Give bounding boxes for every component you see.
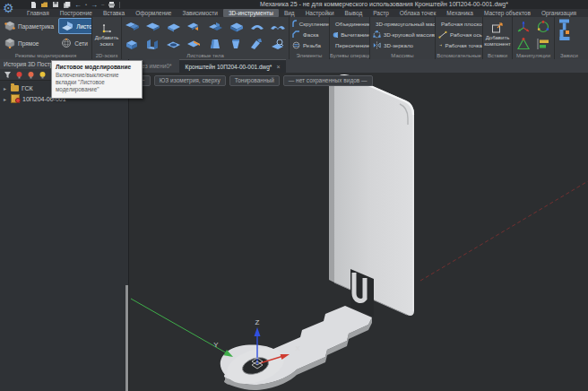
undo-button[interactable]: ← [74, 1, 82, 9]
viewport-visual-style-button[interactable]: Тонированный [229, 75, 280, 86]
sheet-tool-icon[interactable] [205, 35, 226, 52]
sheet-tool-icon[interactable] [247, 35, 268, 52]
scale-3d-button[interactable] [514, 35, 533, 52]
visibility-red-icon[interactable] [15, 71, 23, 79]
add-component-button[interactable]: Добавить компонент [483, 17, 512, 52]
ribbon: Параметрика Листовое Прямое Сети Режимы … [0, 17, 588, 59]
tab-organizatsiya[interactable]: Организация [536, 9, 582, 17]
redo-history-icon[interactable]: ‒ [101, 1, 104, 9]
mesh-mode-button[interactable]: Сети [58, 35, 91, 51]
bulb-red-icon[interactable] [27, 71, 35, 79]
title-bar: ← • → ‒ Механика 25 - не для коммерческо… [0, 0, 588, 9]
work-point-button[interactable]: Рабочая точка [438, 40, 482, 50]
sheet-tool-icon[interactable] [164, 35, 185, 52]
align-3d-button[interactable] [533, 35, 553, 52]
app-menu-gear-icon[interactable]: ⚙ [3, 0, 14, 16]
cube-icon [4, 21, 15, 31]
sheet-tool-icon[interactable] [247, 18, 268, 35]
constraint-angle-button[interactable] [558, 30, 588, 39]
tab-oblaka-tochek[interactable]: Облака точек [394, 9, 442, 17]
tab-vyvod[interactable]: Вывод [340, 9, 368, 17]
rotate-3d-button[interactable] [533, 18, 553, 35]
tab-zavisimosti[interactable]: Зависимости [177, 9, 222, 17]
intersect-button[interactable]: Пересечение [333, 40, 369, 50]
history-panel: История 3D Построений ✕ ▸ ГСК ▸ 10П204-0… [0, 59, 129, 391]
tab-3d-tools[interactable]: 3D-инструменты [223, 9, 279, 17]
redo-button[interactable]: → [91, 1, 98, 9]
undo-history-icon[interactable]: • [85, 1, 87, 9]
doc-tab-kronshtein[interactable]: Кронштейн 10П204-00-001.dwg* × [179, 59, 287, 73]
group-elements: Скругление Фаска Резьба Элементы [290, 17, 330, 59]
move-3d-icon [516, 20, 531, 34]
sheet-mode-button[interactable]: Листовое [58, 18, 91, 34]
folder-icon [11, 85, 19, 91]
expand-caret-icon[interactable]: ▸ [4, 96, 8, 102]
tab-nastroyki[interactable]: Настройки [300, 9, 340, 17]
group-auxiliary: Рабочая плоскость Рабочая ось Рабочая то… [436, 17, 483, 59]
viewport-view-button[interactable]: ЮЗ изометрия, сверху [154, 75, 226, 86]
viewport-3d[interactable]: − ЮЗ изометрия, сверху Тонированный — не… [129, 73, 588, 391]
rect-array-button[interactable]: 3D-прямоугольный массив [373, 19, 435, 29]
tab-vstavka[interactable]: Вставка [98, 9, 130, 17]
viewport-saved-views-dropdown[interactable]: — нет сохраненных видов — [283, 75, 373, 86]
tooltip-body: Включение/выключение вкладки "Листовое м… [56, 72, 138, 94]
save-button[interactable] [52, 1, 59, 9]
group-arrays: 3D-прямоугольный массив 3D-круговой масс… [370, 17, 436, 59]
application-window: ← • → ‒ Механика 25 - не для коммерческо… [0, 0, 588, 391]
polar-array-button[interactable]: 3D-круговой массив [373, 30, 435, 39]
viewport-controls: − ЮЗ изометрия, сверху Тонированный — не… [136, 75, 373, 86]
tab-glavnaya[interactable]: Главная [22, 9, 55, 17]
work-axis-button[interactable]: Рабочая ось [438, 30, 482, 39]
add-sketch-button[interactable]: Добавить эскиз [92, 17, 121, 52]
expand-caret-icon[interactable]: ▸ [4, 85, 8, 91]
sheet-tool-icon[interactable] [185, 35, 205, 52]
sheet-tool-icon[interactable] [143, 18, 163, 35]
group-inserts: Добавить компонент Вставки [483, 17, 513, 59]
open-file-button[interactable] [40, 1, 48, 9]
group-boolean: Объединение Вычитание Пересечение Булевы… [330, 17, 370, 59]
union-button[interactable]: Объединение [333, 19, 369, 29]
work-plane-button[interactable]: Рабочая плоскость [438, 19, 482, 29]
chamfer-button[interactable]: Фаска [292, 30, 329, 39]
save-all-button[interactable] [63, 1, 71, 9]
sheet-tool-icon[interactable] [122, 35, 143, 52]
tab-rastr[interactable]: Растр [368, 9, 394, 17]
subtract-icon [333, 31, 338, 39]
bulb-yellow-icon[interactable] [39, 71, 47, 79]
sheet-tool-icon[interactable] [143, 35, 163, 52]
sheet-tool-icon[interactable] [164, 18, 185, 35]
sheet-tool-icon[interactable] [226, 35, 246, 52]
filter-icon[interactable] [4, 71, 12, 79]
sketch-axes-icon [101, 22, 113, 34]
panel-scrollbar[interactable] [125, 285, 128, 391]
thread-icon [292, 41, 300, 49]
subtract-button[interactable]: Вычитание [333, 30, 369, 39]
print-button[interactable] [108, 1, 116, 9]
scene-canvas: Z Y X [129, 73, 588, 391]
sheet-tool-icon[interactable] [185, 18, 205, 35]
fillet-button[interactable]: Скругление [292, 19, 329, 29]
move-3d-button[interactable] [514, 18, 533, 35]
sheet-tool-icon[interactable] [268, 35, 289, 52]
part-plate-side [329, 79, 334, 282]
polar-array-icon [373, 30, 381, 39]
sheet-tool-icon[interactable] [226, 18, 246, 35]
chamfer-icon [292, 30, 300, 39]
tab-oformlenie[interactable]: Оформление [130, 9, 177, 17]
sheet-tool-icon[interactable] [268, 18, 289, 35]
constraint-coincident-button[interactable] [558, 19, 588, 29]
direct-mode-button[interactable]: Прямое [2, 35, 56, 51]
mirror-3d-button[interactable]: 3D-зеркало [373, 40, 435, 50]
sheet-tool-icon[interactable] [205, 18, 226, 35]
ribbon-tab-bar: Главная Построение Вставка Оформление За… [0, 9, 588, 17]
tab-vid[interactable]: Вид [279, 9, 300, 17]
tab-postroenie[interactable]: Построение [55, 9, 98, 17]
tab-master-obektov[interactable]: Мастер объектов [479, 9, 536, 17]
new-file-button[interactable] [30, 1, 37, 9]
sheet-tool-icon[interactable] [122, 18, 143, 35]
tab-mekhanika[interactable]: Механика [441, 9, 479, 17]
thread-button[interactable]: Резьба [292, 40, 329, 50]
tab-close-icon[interactable]: × [276, 64, 280, 70]
mesh-sphere-icon [61, 38, 72, 48]
parametric-mode-button[interactable]: Параметрика [2, 18, 56, 34]
